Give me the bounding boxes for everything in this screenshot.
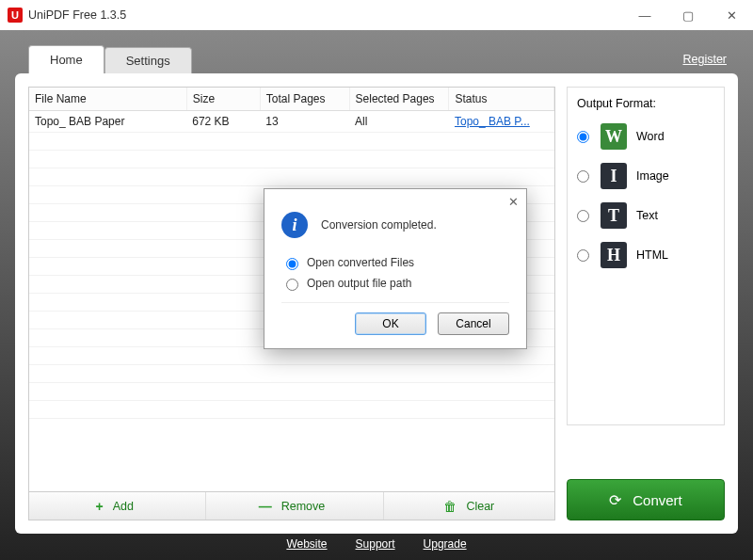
format-text[interactable]: T Text xyxy=(577,202,714,229)
cell-status-link[interactable]: Topo_ BAB P... xyxy=(455,115,530,128)
output-heading: Output Format: xyxy=(577,97,714,110)
output-panel: Output Format: W Word I Image T Text H H… xyxy=(567,87,725,425)
footer: Website Support Upgrade xyxy=(15,534,738,554)
cancel-button[interactable]: Cancel xyxy=(438,312,509,335)
open-path-label: Open output file path xyxy=(307,277,411,290)
col-status[interactable]: Status xyxy=(449,88,554,111)
minus-icon: — xyxy=(259,499,272,514)
text-icon: T xyxy=(601,202,627,229)
titlebar: U UniPDF Free 1.3.5 — ▢ ✕ xyxy=(0,0,753,30)
radio-open-path[interactable] xyxy=(286,279,298,291)
convert-label: Convert xyxy=(633,492,682,508)
format-html-label: HTML xyxy=(636,248,668,262)
website-link[interactable]: Website xyxy=(286,537,327,551)
remove-button[interactable]: — Remove xyxy=(205,492,376,520)
format-word-label: Word xyxy=(636,130,665,143)
radio-open-files[interactable] xyxy=(286,258,298,270)
refresh-icon: ⟳ xyxy=(609,491,621,509)
format-word[interactable]: W Word xyxy=(577,123,714,150)
cell-total-pages: 13 xyxy=(260,111,349,133)
tab-home[interactable]: Home xyxy=(28,45,104,73)
format-image[interactable]: I Image xyxy=(577,163,714,189)
trash-icon: 🗑 xyxy=(443,499,457,514)
convert-button[interactable]: ⟳ Convert xyxy=(567,479,725,520)
col-total-pages[interactable]: Total Pages xyxy=(260,88,349,111)
tab-bar: Home Settings Register xyxy=(15,45,738,73)
support-link[interactable]: Support xyxy=(356,537,395,551)
add-label: Add xyxy=(113,500,134,513)
dialog-close-icon[interactable]: ✕ xyxy=(508,195,519,209)
info-icon: i xyxy=(281,212,308,238)
radio-image[interactable] xyxy=(577,170,589,183)
format-text-label: Text xyxy=(636,209,658,222)
radio-word[interactable] xyxy=(577,131,589,143)
remove-label: Remove xyxy=(281,500,326,513)
register-link[interactable]: Register xyxy=(682,53,727,66)
option-open-files[interactable]: Open converted Files xyxy=(281,255,509,270)
open-files-label: Open converted Files xyxy=(307,256,414,269)
col-file-name[interactable]: File Name xyxy=(29,88,186,111)
minimize-button[interactable]: — xyxy=(623,0,666,30)
window-title: UniPDF Free 1.3.5 xyxy=(28,8,126,22)
clear-button[interactable]: 🗑 Clear xyxy=(383,492,554,520)
dialog-message: Conversion completed. xyxy=(321,218,437,232)
file-toolbar: + Add — Remove 🗑 Clear xyxy=(28,492,555,520)
image-icon: I xyxy=(601,163,627,189)
add-button[interactable]: + Add xyxy=(29,492,200,520)
word-icon: W xyxy=(601,123,627,150)
cell-selected-pages: All xyxy=(349,111,449,133)
cell-file-name: Topo_ BAB Paper xyxy=(29,111,186,133)
close-button[interactable]: ✕ xyxy=(710,0,753,30)
tab-settings[interactable]: Settings xyxy=(104,47,192,73)
ok-button[interactable]: OK xyxy=(355,312,426,335)
format-html[interactable]: H HTML xyxy=(577,242,714,268)
clear-label: Clear xyxy=(466,500,494,513)
radio-html[interactable] xyxy=(577,249,589,262)
col-size[interactable]: Size xyxy=(186,88,260,111)
app-icon: U xyxy=(8,8,23,23)
table-row[interactable]: Topo_ BAB Paper 672 KB 13 All Topo_ BAB … xyxy=(29,111,554,133)
maximize-button[interactable]: ▢ xyxy=(666,0,710,30)
col-selected-pages[interactable]: Selected Pages xyxy=(349,88,449,111)
option-open-path[interactable]: Open output file path xyxy=(281,276,509,291)
window-controls: — ▢ ✕ xyxy=(623,0,753,30)
conversion-dialog: ✕ i Conversion completed. Open converted… xyxy=(264,188,527,349)
plus-icon: + xyxy=(95,499,103,514)
html-icon: H xyxy=(601,242,627,268)
radio-text[interactable] xyxy=(577,210,589,222)
format-image-label: Image xyxy=(636,169,669,183)
cell-size: 672 KB xyxy=(186,111,260,133)
upgrade-link[interactable]: Upgrade xyxy=(424,537,467,551)
